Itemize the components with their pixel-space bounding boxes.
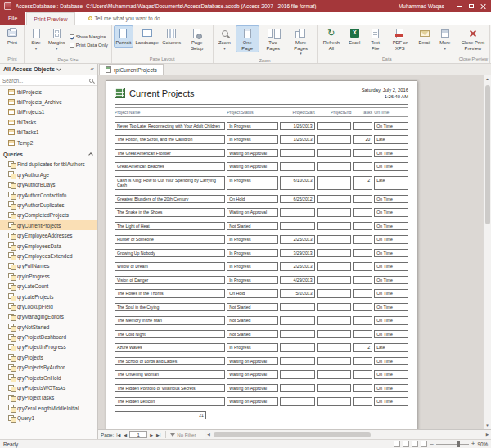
nav-object-item[interactable]: Query1 bbox=[0, 414, 97, 423]
nav-object-item[interactable]: Find duplicates for tblAuthors bbox=[0, 160, 97, 170]
scroll-right-button[interactable] bbox=[484, 432, 491, 437]
navigation-search[interactable] bbox=[0, 75, 97, 86]
maximize-button[interactable] bbox=[465, 0, 477, 12]
nav-object-item[interactable]: qryProjectTasks bbox=[0, 393, 97, 403]
export-excel-button[interactable]: Excel bbox=[345, 25, 364, 48]
email-button-label: Email bbox=[419, 40, 431, 46]
report-header: Current Projects Saturday, July 2, 2016 … bbox=[115, 88, 408, 101]
email-button[interactable]: Email bbox=[415, 25, 435, 48]
nav-object-item[interactable]: qryAuthorAge bbox=[0, 170, 97, 179]
scroll-up-button[interactable] bbox=[484, 75, 491, 83]
print-data-only-checkbox[interactable]: Print Data Only bbox=[70, 43, 108, 48]
nav-object-item[interactable]: qryLateCount bbox=[0, 281, 97, 291]
nav-object-item[interactable]: qryProjectDashboard bbox=[0, 332, 97, 342]
vertical-scroll-thumb[interactable] bbox=[485, 85, 490, 224]
nav-object-label: qryAuthorAge bbox=[17, 172, 49, 178]
project-status-cell: Waiting on Approval bbox=[227, 397, 278, 406]
minimize-button[interactable] bbox=[453, 0, 465, 12]
columns-icon bbox=[167, 27, 176, 39]
print-button[interactable]: Print bbox=[2, 25, 22, 48]
account-name[interactable]: Muhammad Waqas bbox=[399, 3, 444, 9]
close-print-preview-button[interactable]: Close Print Preview bbox=[459, 25, 487, 52]
nav-object-item[interactable]: Queries bbox=[0, 149, 97, 159]
print-preview-view-button[interactable] bbox=[403, 441, 409, 447]
last-page-button[interactable]: ▶| bbox=[155, 432, 161, 437]
navigation-pane-header[interactable]: All Access Objects « bbox=[0, 64, 97, 75]
project-start-cell bbox=[280, 208, 315, 217]
next-page-button[interactable]: ▶ bbox=[149, 432, 154, 437]
horizontal-scrollbar[interactable] bbox=[205, 430, 491, 439]
tab-print-preview[interactable]: Print Preview bbox=[26, 12, 74, 25]
margins-button[interactable]: Margins bbox=[47, 25, 67, 52]
object-icon bbox=[8, 415, 15, 422]
landscape-button[interactable]: Landscape bbox=[134, 25, 160, 48]
nav-object-item[interactable]: qryInProgress bbox=[0, 271, 97, 281]
zoom-slider-thumb[interactable] bbox=[457, 441, 460, 447]
nav-object-item[interactable]: qryAuthorDuplicates bbox=[0, 200, 97, 210]
nav-object-item[interactable]: qryProjectInProgress bbox=[0, 342, 97, 352]
previous-page-button[interactable]: ◀ bbox=[123, 432, 128, 437]
zoom-out-button[interactable]: – bbox=[430, 441, 433, 447]
file-tab[interactable]: File bbox=[0, 12, 25, 25]
nav-object-item[interactable]: qryCompletedProjects bbox=[0, 210, 97, 220]
tell-me-box[interactable]: Tell me what you want to do bbox=[88, 12, 160, 25]
current-page-input[interactable]: 1 bbox=[129, 431, 147, 438]
export-pdf-xps-button[interactable]: PDF or XPS bbox=[386, 25, 414, 52]
close-button[interactable] bbox=[477, 0, 489, 12]
nav-object-item[interactable]: Temp2 bbox=[0, 138, 97, 147]
zoom-percentage[interactable]: 90% bbox=[477, 441, 488, 447]
one-page-button[interactable]: One Page bbox=[236, 25, 259, 52]
nav-object-item[interactable]: qryManagingEditors bbox=[0, 312, 97, 322]
nav-object-item[interactable]: tblProjects1 bbox=[0, 107, 97, 117]
nav-object-item[interactable]: qryProjectsByAuthor bbox=[0, 363, 97, 373]
nav-object-item[interactable]: qryLookupField bbox=[0, 301, 97, 311]
show-margins-checkbox[interactable]: Show Margins bbox=[70, 34, 108, 39]
project-name-cell: The Roses in the Thorns bbox=[115, 289, 225, 298]
refresh-all-button[interactable]: Refresh All bbox=[319, 25, 345, 52]
columns-button[interactable]: Columns bbox=[161, 25, 182, 48]
nav-object-item[interactable]: qryProjectsOnHold bbox=[0, 373, 97, 382]
scroll-down-button[interactable] bbox=[484, 422, 491, 429]
nav-object-item[interactable]: qryFullNames bbox=[0, 261, 97, 271]
nav-object-item[interactable]: qryEmployeesExtended bbox=[0, 251, 97, 260]
search-input[interactable] bbox=[2, 78, 88, 84]
nav-object-item[interactable]: qryProjectsWOTasks bbox=[0, 382, 97, 392]
scroll-left-button[interactable] bbox=[205, 432, 213, 437]
project-status-cell: In Progress bbox=[227, 235, 278, 244]
zoom-button[interactable]: Zoom bbox=[215, 25, 235, 52]
shutter-bar-icon[interactable]: « bbox=[91, 66, 94, 73]
margins-button-label: Margins bbox=[48, 40, 65, 51]
nav-object-item[interactable]: qryAuthorContactInfo bbox=[0, 190, 97, 200]
nav-object-item[interactable]: qryAuthorBDays bbox=[0, 180, 97, 190]
vertical-scrollbar[interactable] bbox=[483, 75, 491, 429]
nav-object-item[interactable]: qryEmployeesData bbox=[0, 241, 97, 251]
more-pages-button[interactable]: More Pages bbox=[287, 25, 315, 57]
report-view-button[interactable] bbox=[394, 441, 400, 447]
close-preview-icon bbox=[469, 27, 477, 39]
size-button[interactable]: Size bbox=[26, 25, 46, 52]
nav-object-item[interactable]: tblProjects bbox=[0, 87, 97, 97]
design-view-button[interactable] bbox=[421, 441, 427, 447]
two-pages-button[interactable]: Two Pages bbox=[260, 25, 286, 52]
nav-object-item[interactable]: qryProjects bbox=[0, 352, 97, 362]
first-page-button[interactable]: |◀ bbox=[115, 432, 121, 437]
nav-object-item[interactable]: qryNotStarted bbox=[0, 322, 97, 332]
more-export-button[interactable]: More bbox=[435, 25, 455, 52]
tab-rptcurrentprojects[interactable]: rptCurrentProjects bbox=[99, 64, 164, 75]
horizontal-scroll-thumb[interactable] bbox=[214, 432, 371, 437]
zoom-slider[interactable] bbox=[436, 444, 469, 445]
nav-object-item[interactable]: qryLateProjects bbox=[0, 292, 97, 301]
nav-object-item[interactable]: qryEmployeeAddresses bbox=[0, 230, 97, 240]
report-page[interactable]: Current Projects Saturday, July 2, 2016 … bbox=[106, 80, 417, 429]
portrait-button[interactable]: Portrait bbox=[114, 25, 133, 48]
filter-status[interactable]: No Filter bbox=[177, 432, 196, 437]
nav-object-item[interactable]: qryCurrentProjects bbox=[0, 220, 97, 230]
nav-object-item[interactable]: tblTasks bbox=[0, 117, 97, 127]
nav-object-item[interactable]: qryZeroLengthMiddleInitial bbox=[0, 403, 97, 413]
layout-view-button[interactable] bbox=[412, 441, 418, 447]
nav-object-item[interactable]: tblProjects_Archive bbox=[0, 97, 97, 106]
export-text-file-button[interactable]: Text File bbox=[365, 25, 385, 52]
page-setup-button[interactable]: Page Setup bbox=[183, 25, 211, 52]
zoom-in-button[interactable]: + bbox=[471, 441, 475, 447]
nav-object-item[interactable]: tblTasks1 bbox=[0, 128, 97, 138]
